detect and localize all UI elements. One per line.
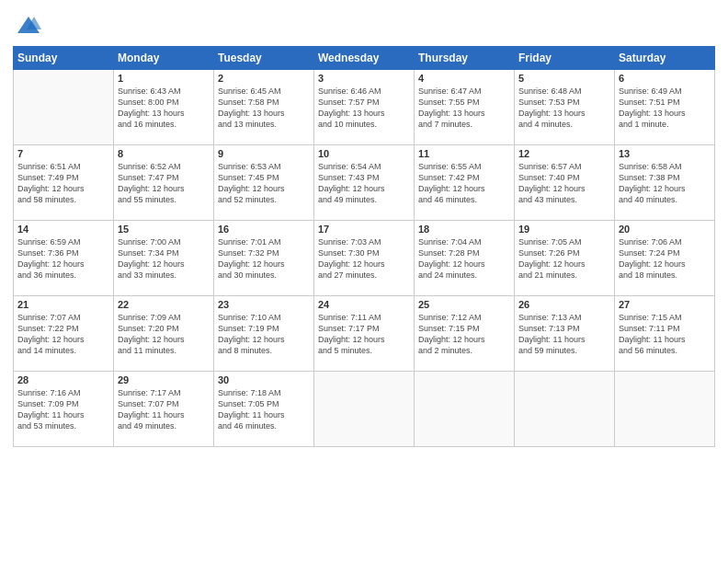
day-cell: 25Sunrise: 7:12 AM Sunset: 7:15 PM Dayli… bbox=[415, 296, 515, 372]
day-cell: 26Sunrise: 7:13 AM Sunset: 7:13 PM Dayli… bbox=[515, 296, 615, 372]
day-info: Sunrise: 6:48 AM Sunset: 7:53 PM Dayligh… bbox=[518, 86, 610, 131]
day-cell bbox=[515, 372, 615, 447]
day-cell bbox=[415, 372, 515, 447]
day-info: Sunrise: 7:13 AM Sunset: 7:13 PM Dayligh… bbox=[518, 312, 610, 357]
day-cell: 24Sunrise: 7:11 AM Sunset: 7:17 PM Dayli… bbox=[314, 296, 415, 372]
day-cell: 7Sunrise: 6:51 AM Sunset: 7:49 PM Daylig… bbox=[14, 145, 114, 221]
day-info: Sunrise: 7:07 AM Sunset: 7:22 PM Dayligh… bbox=[17, 312, 109, 357]
day-cell: 15Sunrise: 7:00 AM Sunset: 7:34 PM Dayli… bbox=[114, 221, 214, 296]
day-number: 18 bbox=[418, 224, 510, 235]
day-info: Sunrise: 7:18 AM Sunset: 7:05 PM Dayligh… bbox=[218, 387, 310, 432]
day-cell bbox=[615, 372, 715, 447]
day-info: Sunrise: 6:52 AM Sunset: 7:47 PM Dayligh… bbox=[118, 161, 210, 206]
day-cell: 29Sunrise: 7:17 AM Sunset: 7:07 PM Dayli… bbox=[114, 372, 214, 447]
day-number: 14 bbox=[17, 224, 109, 235]
day-cell: 9Sunrise: 6:53 AM Sunset: 7:45 PM Daylig… bbox=[214, 145, 314, 221]
day-number: 11 bbox=[418, 148, 510, 159]
day-info: Sunrise: 6:57 AM Sunset: 7:40 PM Dayligh… bbox=[518, 161, 610, 206]
day-info: Sunrise: 7:15 AM Sunset: 7:11 PM Dayligh… bbox=[619, 312, 711, 357]
day-cell: 8Sunrise: 6:52 AM Sunset: 7:47 PM Daylig… bbox=[114, 145, 214, 221]
day-cell: 28Sunrise: 7:16 AM Sunset: 7:09 PM Dayli… bbox=[14, 372, 114, 447]
day-info: Sunrise: 6:53 AM Sunset: 7:45 PM Dayligh… bbox=[218, 161, 310, 206]
day-info: Sunrise: 7:05 AM Sunset: 7:26 PM Dayligh… bbox=[518, 236, 610, 282]
day-number: 17 bbox=[318, 224, 410, 235]
header-row: SundayMondayTuesdayWednesdayThursdayFrid… bbox=[14, 47, 715, 70]
day-info: Sunrise: 6:43 AM Sunset: 8:00 PM Dayligh… bbox=[118, 86, 210, 131]
day-number: 19 bbox=[518, 224, 610, 235]
week-row-4: 21Sunrise: 7:07 AM Sunset: 7:22 PM Dayli… bbox=[14, 296, 715, 372]
day-info: Sunrise: 7:01 AM Sunset: 7:32 PM Dayligh… bbox=[218, 236, 310, 282]
day-info: Sunrise: 6:46 AM Sunset: 7:57 PM Dayligh… bbox=[318, 86, 410, 131]
day-number: 8 bbox=[118, 148, 210, 159]
day-number: 22 bbox=[118, 299, 210, 310]
day-info: Sunrise: 7:12 AM Sunset: 7:15 PM Dayligh… bbox=[418, 312, 510, 357]
day-cell: 11Sunrise: 6:55 AM Sunset: 7:42 PM Dayli… bbox=[415, 145, 515, 221]
day-info: Sunrise: 7:09 AM Sunset: 7:20 PM Dayligh… bbox=[118, 312, 210, 357]
day-number: 26 bbox=[518, 299, 610, 310]
day-cell: 4Sunrise: 6:47 AM Sunset: 7:55 PM Daylig… bbox=[415, 70, 515, 145]
day-cell: 6Sunrise: 6:49 AM Sunset: 7:51 PM Daylig… bbox=[615, 70, 715, 145]
week-row-2: 7Sunrise: 6:51 AM Sunset: 7:49 PM Daylig… bbox=[14, 145, 715, 221]
day-info: Sunrise: 7:16 AM Sunset: 7:09 PM Dayligh… bbox=[17, 387, 109, 432]
day-number: 29 bbox=[118, 374, 210, 385]
day-number: 30 bbox=[218, 374, 310, 385]
day-cell: 1Sunrise: 6:43 AM Sunset: 8:00 PM Daylig… bbox=[114, 70, 214, 145]
page: SundayMondayTuesdayWednesdayThursdayFrid… bbox=[0, 0, 728, 563]
col-header-tuesday: Tuesday bbox=[214, 47, 314, 70]
day-cell: 22Sunrise: 7:09 AM Sunset: 7:20 PM Dayli… bbox=[114, 296, 214, 372]
day-cell: 20Sunrise: 7:06 AM Sunset: 7:24 PM Dayli… bbox=[615, 221, 715, 296]
day-info: Sunrise: 6:51 AM Sunset: 7:49 PM Dayligh… bbox=[17, 161, 109, 206]
day-number: 28 bbox=[17, 374, 109, 385]
day-cell: 13Sunrise: 6:58 AM Sunset: 7:38 PM Dayli… bbox=[615, 145, 715, 221]
day-number: 10 bbox=[318, 148, 410, 159]
day-cell: 18Sunrise: 7:04 AM Sunset: 7:28 PM Dayli… bbox=[415, 221, 515, 296]
col-header-monday: Monday bbox=[114, 47, 214, 70]
day-cell: 12Sunrise: 6:57 AM Sunset: 7:40 PM Dayli… bbox=[515, 145, 615, 221]
day-cell: 21Sunrise: 7:07 AM Sunset: 7:22 PM Dayli… bbox=[14, 296, 114, 372]
day-info: Sunrise: 6:54 AM Sunset: 7:43 PM Dayligh… bbox=[318, 161, 410, 206]
day-info: Sunrise: 6:58 AM Sunset: 7:38 PM Dayligh… bbox=[619, 161, 711, 206]
logo-icon bbox=[16, 13, 41, 39]
day-info: Sunrise: 7:04 AM Sunset: 7:28 PM Dayligh… bbox=[418, 236, 510, 282]
day-number: 16 bbox=[218, 224, 310, 235]
day-cell: 10Sunrise: 6:54 AM Sunset: 7:43 PM Dayli… bbox=[314, 145, 415, 221]
day-info: Sunrise: 7:11 AM Sunset: 7:17 PM Dayligh… bbox=[318, 312, 410, 357]
day-number: 1 bbox=[118, 73, 210, 84]
day-cell: 14Sunrise: 6:59 AM Sunset: 7:36 PM Dayli… bbox=[14, 221, 114, 296]
day-info: Sunrise: 7:06 AM Sunset: 7:24 PM Dayligh… bbox=[619, 236, 711, 282]
col-header-friday: Friday bbox=[515, 47, 615, 70]
week-row-3: 14Sunrise: 6:59 AM Sunset: 7:36 PM Dayli… bbox=[14, 221, 715, 296]
day-number: 9 bbox=[218, 148, 310, 159]
day-info: Sunrise: 7:17 AM Sunset: 7:07 PM Dayligh… bbox=[118, 387, 210, 432]
logo bbox=[13, 13, 41, 39]
day-number: 4 bbox=[418, 73, 510, 84]
day-cell: 17Sunrise: 7:03 AM Sunset: 7:30 PM Dayli… bbox=[314, 221, 415, 296]
day-number: 12 bbox=[518, 148, 610, 159]
day-cell bbox=[314, 372, 415, 447]
day-number: 23 bbox=[218, 299, 310, 310]
day-cell: 16Sunrise: 7:01 AM Sunset: 7:32 PM Dayli… bbox=[214, 221, 314, 296]
day-cell: 3Sunrise: 6:46 AM Sunset: 7:57 PM Daylig… bbox=[314, 70, 415, 145]
day-number: 27 bbox=[619, 299, 711, 310]
day-number: 25 bbox=[418, 299, 510, 310]
day-cell: 2Sunrise: 6:45 AM Sunset: 7:58 PM Daylig… bbox=[214, 70, 314, 145]
day-number: 6 bbox=[619, 73, 711, 84]
day-info: Sunrise: 6:45 AM Sunset: 7:58 PM Dayligh… bbox=[218, 86, 310, 131]
day-number: 7 bbox=[17, 148, 109, 159]
day-cell: 19Sunrise: 7:05 AM Sunset: 7:26 PM Dayli… bbox=[515, 221, 615, 296]
col-header-wednesday: Wednesday bbox=[314, 47, 415, 70]
day-cell: 27Sunrise: 7:15 AM Sunset: 7:11 PM Dayli… bbox=[615, 296, 715, 372]
day-cell: 5Sunrise: 6:48 AM Sunset: 7:53 PM Daylig… bbox=[515, 70, 615, 145]
day-number: 2 bbox=[218, 73, 310, 84]
day-info: Sunrise: 7:10 AM Sunset: 7:19 PM Dayligh… bbox=[218, 312, 310, 357]
day-cell bbox=[14, 70, 114, 145]
day-number: 15 bbox=[118, 224, 210, 235]
header bbox=[13, 9, 715, 39]
day-number: 21 bbox=[17, 299, 109, 310]
week-row-1: 1Sunrise: 6:43 AM Sunset: 8:00 PM Daylig… bbox=[14, 70, 715, 145]
day-info: Sunrise: 6:49 AM Sunset: 7:51 PM Dayligh… bbox=[619, 86, 711, 131]
day-info: Sunrise: 7:00 AM Sunset: 7:34 PM Dayligh… bbox=[118, 236, 210, 282]
calendar-table: SundayMondayTuesdayWednesdayThursdayFrid… bbox=[13, 46, 715, 447]
day-cell: 23Sunrise: 7:10 AM Sunset: 7:19 PM Dayli… bbox=[214, 296, 314, 372]
day-info: Sunrise: 6:47 AM Sunset: 7:55 PM Dayligh… bbox=[418, 86, 510, 131]
